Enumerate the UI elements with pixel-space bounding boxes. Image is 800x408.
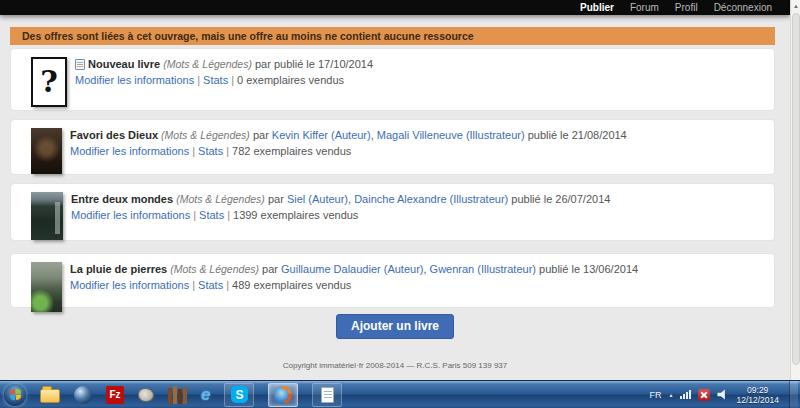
separator: | [228,74,237,86]
show-desktop-button[interactable] [789,381,798,408]
edit-informations-link[interactable]: Modifier les informations [71,209,190,221]
system-tray: FR ▲ 09:29 12/12/2014 [650,381,800,408]
sales-count: 1399 exemplaires vendus [233,209,358,221]
windows-taskbar: Fz e S FR ▲ 09:29 12/12/2014 [0,380,800,408]
skype-icon: S [231,386,248,403]
book-row-la-pluie-de-pierres: La pluie de pierres (Mots & Légendes) pa… [10,253,775,308]
par-label: par [253,129,269,141]
stats-link[interactable]: Stats [199,209,224,221]
author-link[interactable]: Guillaume Dalaudier (Auteur) [281,263,423,275]
notepad-taskbar-button[interactable] [312,383,342,407]
separator: | [194,74,203,86]
browser-page: Publier Forum Profil Déconnexion Des off… [0,0,800,380]
tray-date: 12/12/2014 [736,395,779,405]
book-cover-placeholder[interactable]: ? [31,57,67,107]
published-date: publié le 21/08/2014 [528,129,627,141]
footer-copyright: Copyright immatériel·fr 2008-2014 — R.C.… [0,361,790,370]
book-series: (Mots & Légendes) [170,263,259,275]
stats-link[interactable]: Stats [198,279,223,291]
published-date: publié le 13/06/2014 [539,263,638,275]
question-mark-glyph: ? [40,67,58,97]
illustrator-link[interactable]: Gwenran (Illustrateur) [430,263,536,275]
book-title: La pluie de pierres [70,263,167,275]
book-row-nouveau-livre: ? Nouveau livre (Mots & Légendes) par pu… [10,48,775,111]
filezilla-icon[interactable]: Fz [106,386,124,404]
scrollbar-thumb[interactable] [792,13,800,365]
book-cover[interactable] [31,192,63,240]
book-title: Favori des Dieux [70,129,158,141]
stats-link[interactable]: Stats [198,145,223,157]
author-link[interactable]: Kevin Kiffer (Auteur) [272,129,371,141]
comma: , [348,193,351,205]
separator: | [190,209,199,221]
book-title: Entre deux mondes [71,193,173,205]
separator: | [189,279,198,291]
explorer-icon[interactable] [40,389,60,403]
book-cover[interactable] [31,128,62,174]
separator: | [223,279,232,291]
book-title: Nouveau livre [88,58,160,70]
add-book-button[interactable]: Ajouter un livre [336,314,454,339]
separator: | [189,145,198,157]
nav-deconnexion[interactable]: Déconnexion [714,2,772,13]
book-info: Entre deux mondes (Mots & Légendes) par … [71,192,610,232]
button-row: Ajouter un livre [0,314,790,339]
book-info: Favori des Dieux (Mots & Légendes) par K… [70,128,627,166]
illustrator-link[interactable]: Magali Villeneuve (Illustrateur) [377,129,525,141]
book-info: Nouveau livre (Mots & Légendes) par publ… [75,57,373,102]
sales-count: 489 exemplaires vendus [232,279,351,291]
top-nav-bar: Publier Forum Profil Déconnexion [0,0,790,15]
par-label: par [262,263,278,275]
media-orb-icon[interactable] [74,386,92,404]
internet-explorer-icon[interactable]: e [201,386,210,404]
illustrator-link[interactable]: Dainche Alexandre (Illustrateur) [354,193,508,205]
edit-informations-link[interactable]: Modifier les informations [70,279,189,291]
comma: , [371,129,374,141]
volume-icon[interactable] [717,389,729,400]
notepad-icon [321,387,334,403]
published-date: publié le 17/10/2014 [274,58,373,70]
firefox-taskbar-button[interactable] [268,383,298,407]
book-series: (Mots & Légendes) [161,129,250,141]
par-label: par [255,58,271,70]
vertical-scrollbar[interactable]: ▲ [790,0,800,380]
skype-taskbar-button[interactable]: S [224,383,254,407]
nav-forum[interactable]: Forum [630,2,659,13]
new-page-icon [75,59,85,70]
par-label: par [268,193,284,205]
action-center-alert-icon[interactable] [698,389,710,401]
calibre-books-icon[interactable] [168,386,187,404]
separator: | [224,209,233,221]
language-indicator[interactable]: FR [650,390,662,400]
hidden-icons-arrow-icon[interactable]: ▲ [669,392,674,398]
nav-profil[interactable]: Profil [675,2,698,13]
warning-banner: Des offres sont liées à cet ouvrage, mai… [10,27,775,45]
book-cover[interactable] [31,262,62,312]
book-info: La pluie de pierres (Mots & Légendes) pa… [70,262,638,299]
gimp-icon[interactable] [138,388,154,402]
book-row-entre-deux-mondes: Entre deux mondes (Mots & Légendes) par … [10,183,775,241]
nav-publier[interactable]: Publier [580,2,614,13]
taskbar-apps: Fz e S [4,383,342,407]
firefox-icon [274,386,292,404]
edit-informations-link[interactable]: Modifier les informations [75,74,194,86]
sales-count: 0 exemplaires vendus [237,74,344,86]
sales-count: 782 exemplaires vendus [232,145,351,157]
author-link[interactable]: Siel (Auteur) [287,193,348,205]
book-series: (Mots & Légendes) [163,58,252,70]
separator: | [223,145,232,157]
network-icon[interactable] [680,390,691,399]
tray-clock[interactable]: 09:29 12/12/2014 [736,385,779,405]
edit-informations-link[interactable]: Modifier les informations [70,145,189,157]
comma: , [423,263,426,275]
book-series: (Mots & Légendes) [176,193,265,205]
stats-link[interactable]: Stats [203,74,228,86]
windows-flag-icon [10,388,21,400]
scrollbar-up-arrow-icon[interactable]: ▲ [791,0,800,12]
start-button[interactable] [4,384,26,406]
book-row-favori-des-dieux: Favori des Dieux (Mots & Légendes) par K… [10,119,775,175]
tray-time: 09:29 [736,385,779,395]
published-date: publié le 26/07/2014 [511,193,610,205]
